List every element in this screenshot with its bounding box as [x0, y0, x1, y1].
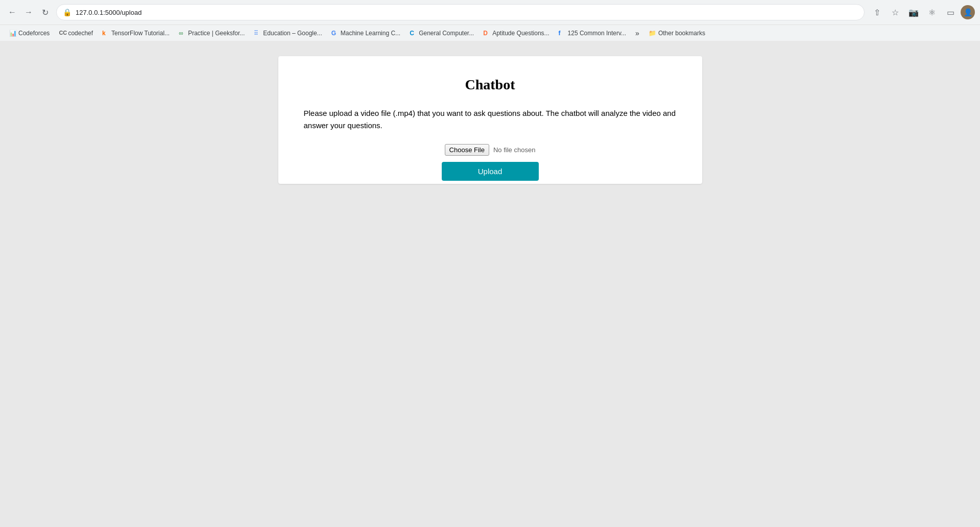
toolbar-right: ⇧ ☆ 📷 ⚛ ▭ 👤	[869, 4, 975, 20]
bookmark-more[interactable]: »	[631, 28, 643, 39]
education-icon: ⠿	[254, 30, 261, 37]
page-title: Chatbot	[304, 77, 677, 93]
bookmark-codeforces[interactable]: 📊 Codeforces	[5, 28, 54, 38]
address-bar[interactable]: 🔒	[56, 4, 865, 20]
bookmark-tensorflow-label: TensorFlow Tutorial...	[111, 30, 170, 37]
general-icon: C	[410, 30, 417, 37]
extensions-button[interactable]: ⚛	[924, 4, 940, 20]
bookmark-ml[interactable]: G Machine Learning C...	[327, 28, 404, 38]
screenshot-button[interactable]: 📷	[905, 4, 922, 20]
bookmark-geeksfor-label: Practice | Geeksfor...	[188, 30, 245, 37]
bookmark-education[interactable]: ⠿ Education – Google...	[250, 28, 326, 38]
forward-button[interactable]: →	[21, 5, 36, 19]
bookmark-ml-label: Machine Learning C...	[341, 30, 400, 37]
lock-icon: 🔒	[63, 8, 71, 16]
geeksfor-icon: ∞	[179, 30, 186, 37]
common-icon: f	[559, 30, 566, 37]
folder-icon: 📁	[649, 30, 656, 37]
reload-button[interactable]: ↻	[38, 5, 52, 19]
bookmark-codechef-label: codechef	[68, 30, 93, 37]
no-file-label: No file chosen	[493, 146, 535, 154]
bookmark-aptitude-label: Aptitude Questions...	[492, 30, 549, 37]
choose-file-button[interactable]: Choose File	[445, 144, 489, 156]
browser-chrome: ← → ↻ 🔒 ⇧ ☆ 📷 ⚛ ▭ 👤 📊 Codeforces CC code…	[0, 0, 980, 41]
bookmark-education-label: Education – Google...	[263, 30, 322, 37]
other-bookmarks-label: Other bookmarks	[658, 30, 705, 37]
url-input[interactable]	[76, 9, 858, 16]
other-bookmarks[interactable]: 📁 Other bookmarks	[644, 28, 709, 38]
profile-avatar[interactable]: 👤	[961, 5, 975, 19]
nav-buttons: ← → ↻	[5, 5, 52, 19]
bookmark-common[interactable]: f 125 Common Interv...	[555, 28, 631, 38]
bookmark-codeforces-label: Codeforces	[18, 30, 50, 37]
ml-icon: G	[331, 30, 339, 37]
upload-button[interactable]: Upload	[442, 162, 539, 181]
bookmark-tensorflow[interactable]: k TensorFlow Tutorial...	[98, 28, 174, 38]
bookmark-codechef[interactable]: CC codechef	[55, 28, 97, 38]
bookmark-geeksfor[interactable]: ∞ Practice | Geeksfor...	[175, 28, 249, 38]
bookmark-general[interactable]: C General Computer...	[405, 28, 478, 38]
codechef-icon: CC	[59, 30, 66, 37]
upload-section: Choose File No file chosen Upload	[304, 144, 677, 181]
bookmark-button[interactable]: ☆	[887, 4, 903, 20]
aptitude-icon: D	[483, 30, 490, 37]
back-button[interactable]: ←	[5, 5, 19, 19]
upload-card: Chatbot Please upload a video file (.mp4…	[278, 56, 702, 184]
share-button[interactable]: ⇧	[869, 4, 885, 20]
bookmark-common-label: 125 Common Interv...	[568, 30, 627, 37]
bookmark-aptitude[interactable]: D Aptitude Questions...	[479, 28, 553, 38]
page-content: Chatbot Please upload a video file (.mp4…	[0, 41, 980, 527]
split-button[interactable]: ▭	[942, 4, 959, 20]
bookmarks-bar: 📊 Codeforces CC codechef k TensorFlow Tu…	[0, 25, 980, 41]
browser-toolbar: ← → ↻ 🔒 ⇧ ☆ 📷 ⚛ ▭ 👤	[0, 0, 980, 25]
bookmark-general-label: General Computer...	[419, 30, 474, 37]
page-description: Please upload a video file (.mp4) that y…	[304, 107, 677, 132]
codeforces-icon: 📊	[9, 30, 16, 37]
tensorflow-icon: k	[102, 30, 109, 37]
file-input-row: Choose File No file chosen	[445, 144, 536, 156]
